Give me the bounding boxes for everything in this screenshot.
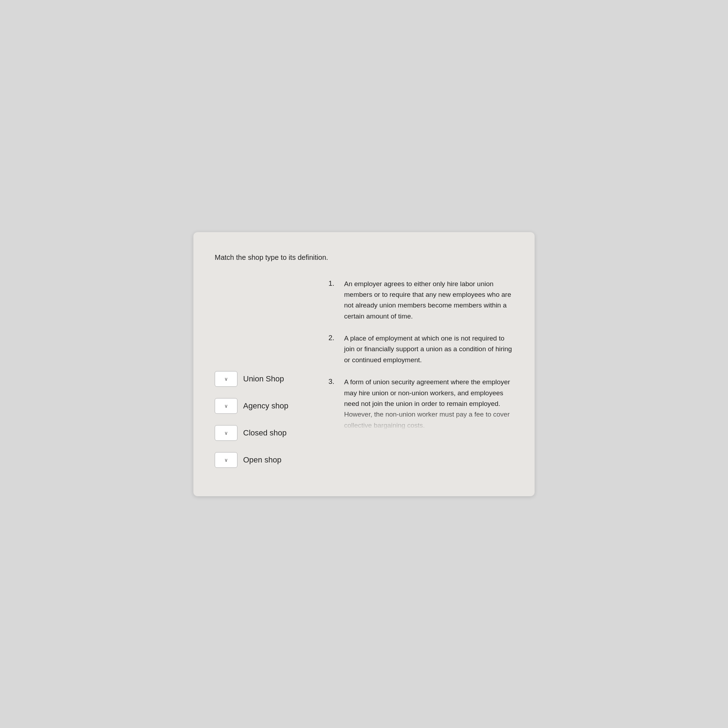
def-text-2: A place of employment at which one is no… xyxy=(344,333,513,366)
closed-shop-dropdown[interactable]: ∨ xyxy=(215,425,237,441)
right-column: 1. An employer agrees to either only hir… xyxy=(329,279,513,431)
def-number-2: 2. xyxy=(329,334,338,342)
union-shop-label: Union Shop xyxy=(243,374,284,384)
open-shop-dropdown[interactable]: ∨ xyxy=(215,452,237,468)
shop-item-agency: ∨ Agency shop xyxy=(215,398,307,414)
closed-shop-label: Closed shop xyxy=(243,428,286,437)
definition-3: 3. A form of union security agreement wh… xyxy=(329,377,513,431)
union-shop-dropdown[interactable]: ∨ xyxy=(215,371,237,387)
definition-2: 2. A place of employment at which one is… xyxy=(329,333,513,366)
chevron-down-icon: ∨ xyxy=(224,376,228,382)
content-area: ∨ Union Shop ∨ Agency shop ∨ Closed shop… xyxy=(215,279,513,468)
definition-1: 1. An employer agrees to either only hir… xyxy=(329,279,513,322)
def-text-3: A form of union security agreement where… xyxy=(344,377,513,431)
def-number-1: 1. xyxy=(329,279,338,288)
shop-item-union: ∨ Union Shop xyxy=(215,371,307,387)
agency-shop-dropdown[interactable]: ∨ xyxy=(215,398,237,414)
chevron-down-icon: ∨ xyxy=(224,430,228,436)
chevron-down-icon: ∨ xyxy=(224,457,228,463)
agency-shop-label: Agency shop xyxy=(243,401,288,411)
def-number-3: 3. xyxy=(329,378,338,386)
shop-item-closed: ∨ Closed shop xyxy=(215,425,307,441)
left-column: ∨ Union Shop ∨ Agency shop ∨ Closed shop… xyxy=(215,279,307,468)
def-text-1: An employer agrees to either only hire l… xyxy=(344,279,513,322)
open-shop-label: Open shop xyxy=(243,455,281,465)
page-container: Match the shop type to its definition. ∨… xyxy=(193,232,535,496)
instruction-text: Match the shop type to its definition. xyxy=(215,254,513,262)
chevron-down-icon: ∨ xyxy=(224,403,228,409)
shop-item-open: ∨ Open shop xyxy=(215,452,307,468)
